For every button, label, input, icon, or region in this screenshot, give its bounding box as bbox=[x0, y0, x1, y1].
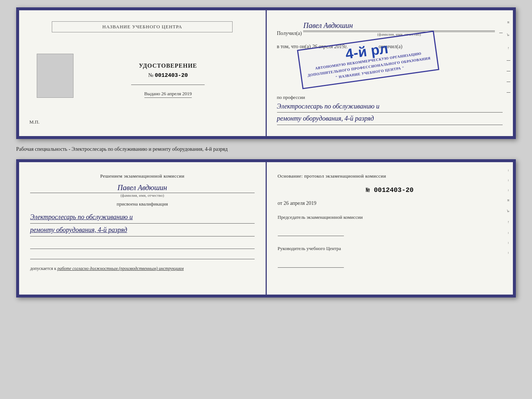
edge-mark2-4: и bbox=[507, 199, 511, 201]
doc2-basis-label: Основание: протокол экзаменационной коми… bbox=[278, 172, 502, 180]
edge-mark-2: ,а bbox=[507, 33, 511, 36]
doc1-received-label: Получил(а) bbox=[277, 31, 302, 36]
doc2-from-prefix: от bbox=[278, 200, 283, 206]
doc1-issued-label: Выдано bbox=[144, 91, 160, 96]
doc2-left-page: Решением экзаменационной комиссии Павел … bbox=[19, 162, 267, 295]
edge-mark-7 bbox=[507, 92, 510, 93]
doc1-bottom-section: УДОСТОВЕРЕНИЕ № 0012403-20 Выдано 26 апр… bbox=[29, 54, 255, 98]
document-2-spread: Решением экзаменационной комиссии Павел … bbox=[16, 159, 516, 298]
doc1-stamp: 4-й рл АВТОНОМНУЮ НЕКОММЕРЧЕСКУЮ ОРГАНИЗ… bbox=[297, 31, 439, 89]
doc1-cert-number-value: 0012403-20 bbox=[155, 72, 188, 79]
edge-mark2-7: – bbox=[507, 232, 511, 234]
doc1-photo bbox=[37, 54, 73, 98]
doc2-chairman-sign-line bbox=[278, 227, 344, 236]
doc2-protocol-number: № 0012403-20 bbox=[278, 186, 502, 194]
doc2-decision-label: Решением экзаменационной комиссии bbox=[30, 172, 255, 180]
doc1-issued-date: 26 апреля 2019 bbox=[161, 91, 192, 96]
edge-mark2-1: – bbox=[507, 170, 511, 171]
doc1-issued-line: Выдано 26 апреля 2019 bbox=[144, 91, 192, 98]
doc1-full-name: Павел Авдюшин bbox=[303, 21, 495, 31]
edge-mark2-3: – bbox=[507, 189, 511, 191]
doc1-profession-section: по профессии Электрослесарь по обслужива… bbox=[277, 92, 503, 125]
doc1-mp: М.П. bbox=[29, 119, 39, 125]
caption-text: Рабочая специальность - Электрослесарь п… bbox=[16, 146, 516, 153]
doc2-chairman-text: Председатель экзаменационной комиссии bbox=[278, 214, 363, 220]
doc2-right-page: Основание: протокол экзаменационной коми… bbox=[267, 162, 513, 295]
edge-mark-4 bbox=[507, 60, 510, 61]
doc1-left-page: НАЗВАНИЕ УЧЕБНОГО ЦЕНТРА УДОСТОВЕРЕНИЕ №… bbox=[19, 10, 267, 136]
doc2-qual-line2: ремонту оборудования, 4-й разряд bbox=[30, 224, 255, 236]
doc2-line-2 bbox=[30, 252, 255, 259]
doc1-right-page: Получил(а) Павел Авдюшин (фамилия, имя, … bbox=[267, 10, 513, 136]
doc2-person-block: Павел Авдюшин (фамилия, имя, отчество) bbox=[30, 184, 255, 197]
doc1-profession-label: по профессии bbox=[277, 95, 503, 100]
caption-content: Рабочая специальность - Электрослесарь п… bbox=[16, 146, 228, 152]
doc1-profession-line2: ремонту оборудования, 4-й разряд bbox=[277, 113, 503, 125]
doc2-from-date: от 26 апреля 2019 bbox=[278, 200, 502, 206]
doc1-dash1: – bbox=[499, 29, 503, 36]
doc2-lines-block bbox=[30, 242, 255, 259]
doc1-cert-number: № 0012403-20 bbox=[148, 72, 188, 79]
edge-mark2-2: – bbox=[507, 179, 511, 181]
edge-mark-1: и bbox=[507, 21, 511, 23]
doc1-profession-line1: Электрослесарь по обслуживанию и bbox=[277, 100, 503, 113]
doc2-protocol-value: 0012403-20 bbox=[374, 186, 414, 194]
doc2-допускается-label: допускается к bbox=[30, 266, 56, 271]
doc2-assigned-label: присвоена квалификация bbox=[30, 201, 255, 207]
doc2-fio-subtitle: (фамилия, имя, отчество) bbox=[30, 193, 255, 197]
doc2-line-1 bbox=[30, 242, 255, 249]
edge-mark2-8: – bbox=[507, 242, 511, 244]
doc2-head-text: Руководитель учебного Центра bbox=[278, 246, 341, 251]
doc1-title-section: НАЗВАНИЕ УЧЕБНОГО ЦЕНТРА bbox=[29, 21, 255, 36]
document-1-spread: НАЗВАНИЕ УЧЕБНОГО ЦЕНТРА УДОСТОВЕРЕНИЕ №… bbox=[16, 7, 516, 139]
doc2-from-date-value: 26 апреля 2019 bbox=[284, 200, 316, 206]
doc2-edge-marks: – – – и ,а ← – – – bbox=[507, 170, 511, 253]
doc2-protocol-prefix: № bbox=[366, 186, 370, 194]
doc1-cert-section: УДОСТОВЕРЕНИЕ № 0012403-20 Выдано 26 апр… bbox=[81, 63, 255, 98]
edge-mark2-5: ,а bbox=[507, 210, 511, 212]
doc2-допускается-value: работе согласно должностным (производств… bbox=[57, 266, 184, 271]
doc1-school-title: НАЗВАНИЕ УЧЕБНОГО ЦЕНТРА bbox=[52, 21, 233, 32]
edge-mark2-6: ← bbox=[507, 220, 511, 224]
doc2-chairman-label: Председатель экзаменационной комиссии bbox=[278, 214, 502, 221]
doc1-edge-marks: и ,а ← bbox=[507, 21, 511, 93]
doc2-допускается-block: допускается к работе согласно должностны… bbox=[30, 266, 255, 271]
edge-mark-3: ← bbox=[507, 46, 511, 50]
edge-mark-5 bbox=[507, 71, 510, 71]
edge-mark2-9: – bbox=[507, 252, 511, 254]
edge-mark-6 bbox=[507, 82, 510, 82]
doc1-stamp-section: в том, что он(а) 26 апреля 2019г. окончи… bbox=[277, 44, 503, 81]
doc2-qual-line1: Электрослесарь по обслуживанию и bbox=[30, 211, 255, 224]
doc1-name-block: Павел Авдюшин (фамилия, имя, отчество) bbox=[303, 21, 495, 36]
doc1-cert-number-prefix: № bbox=[148, 72, 153, 78]
doc2-head-label: Руководитель учебного Центра bbox=[278, 245, 502, 252]
doc1-received-row: Получил(а) Павел Авдюшин (фамилия, имя, … bbox=[277, 21, 503, 36]
doc1-cert-label: УДОСТОВЕРЕНИЕ bbox=[139, 63, 197, 69]
doc2-qualification-block: Электрослесарь по обслуживанию и ремонту… bbox=[30, 211, 255, 236]
doc2-person-name: Павел Авдюшин bbox=[30, 184, 255, 193]
doc2-head-sign-line bbox=[278, 258, 344, 268]
